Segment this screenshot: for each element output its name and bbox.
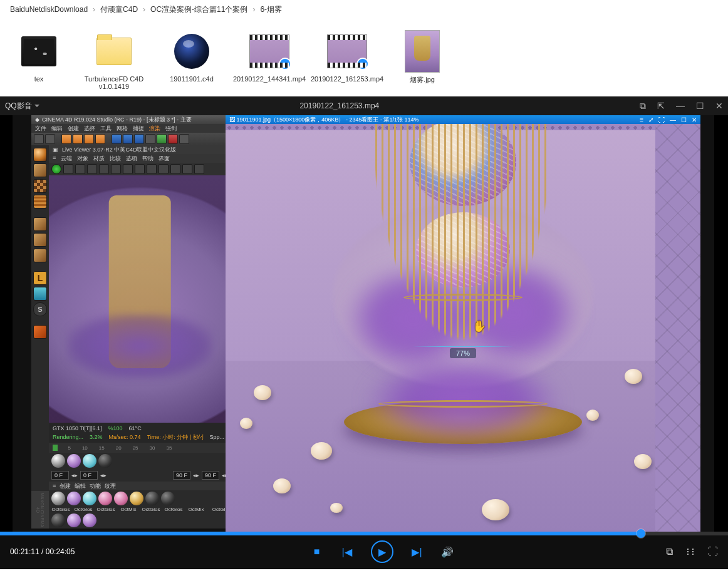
material-sphere-icon[interactable] (51, 454, 65, 468)
file-video-2[interactable]: 20190122_161253.mp4 (316, 31, 378, 90)
breadcrumb-item[interactable]: 付顽童C4D (100, 4, 138, 15)
lock-icon[interactable] (111, 164, 121, 174)
object-mode-icon[interactable] (33, 233, 47, 247)
folder-turbulencefd[interactable]: TurbulenceFD C4D v1.0.1419 (83, 31, 145, 90)
pin-icon[interactable]: ⇱ (657, 101, 665, 111)
image-viewer-canvas[interactable]: 77% (226, 124, 700, 532)
material-sphere-icon[interactable] (51, 513, 65, 527)
model-mode-icon[interactable] (33, 217, 47, 231)
file-jpg[interactable]: 烟雾.jpg (393, 31, 451, 90)
material-sphere-icon[interactable] (130, 492, 143, 505)
lv-menu-item[interactable]: 界面 (159, 155, 170, 162)
render-icon[interactable] (157, 134, 167, 144)
c4d-menu-item[interactable]: 文件 (35, 125, 46, 132)
mat-preview-icon[interactable] (33, 148, 47, 162)
checker-icon[interactable] (33, 179, 47, 193)
breadcrumb-item[interactable]: OC渲染案例-综合篇11个案例 (150, 4, 247, 15)
lv-menu-item[interactable]: 对象 (77, 155, 88, 162)
tool-icon[interactable] (179, 134, 189, 144)
point-mode-icon[interactable] (33, 287, 47, 301)
lv-menu-item[interactable]: 比较 (110, 155, 121, 162)
settings-button[interactable]: ⫶⫶ (685, 546, 695, 557)
spline-tool-icon[interactable]: L (33, 271, 47, 285)
clock-icon[interactable] (182, 164, 192, 174)
material-sphere-icon[interactable] (161, 492, 175, 505)
close-icon[interactable]: ✕ (692, 116, 697, 123)
c4d-menu-item[interactable]: 选择 (84, 125, 95, 132)
rotate-tool-icon[interactable] (95, 134, 105, 144)
pause-icon[interactable] (75, 164, 85, 174)
c4d-menu-item[interactable]: 渲染 (149, 125, 160, 132)
c4d-menu-item[interactable]: 捕捉 (133, 125, 144, 132)
material-sphere-icon[interactable] (83, 513, 96, 527)
video-canvas[interactable]: ◆CINEMA 4D R19.024 Studio (RC - R19) - [… (0, 115, 728, 532)
c4d-menu-item[interactable]: 工具 (100, 125, 112, 132)
stop-button[interactable]: ■ (311, 545, 323, 558)
file-c4d[interactable]: 19011901.c4d (160, 31, 223, 90)
play-button[interactable]: ▶ (371, 540, 393, 563)
c4d-menu-item[interactable]: 网格 (117, 125, 128, 132)
material-sphere-icon[interactable] (67, 492, 81, 505)
lv-menu-item[interactable]: 云端 (61, 155, 72, 162)
material-sphere-icon[interactable] (98, 492, 112, 505)
fullscreen-icon[interactable]: ⛶ (658, 116, 665, 123)
frame-max-input[interactable]: 90 F (202, 471, 219, 480)
lv-menu-item[interactable]: 帮助 (142, 155, 153, 162)
select-tool-icon[interactable] (61, 134, 71, 144)
snap-icon[interactable]: S (33, 302, 47, 316)
maximize-icon[interactable]: ☐ (681, 116, 687, 123)
frame-end-input[interactable]: 90 F (173, 471, 190, 480)
lv-menu-item[interactable]: ≡ (53, 155, 56, 162)
material-sphere-icon[interactable] (83, 454, 96, 468)
material-sphere-icon[interactable] (145, 492, 159, 505)
tool-icon[interactable] (194, 164, 204, 174)
scale-tool-icon[interactable] (84, 134, 94, 144)
snapshot-button[interactable]: ⧉ (666, 546, 673, 557)
c4d-menu-item[interactable]: 强剑 (165, 125, 177, 132)
layers-icon[interactable] (33, 195, 47, 209)
y-axis-icon[interactable] (123, 134, 133, 144)
octane-icon[interactable] (33, 325, 47, 339)
volume-button[interactable]: 🔊 (441, 545, 454, 558)
z-axis-icon[interactable] (134, 134, 144, 144)
c4d-menu-item[interactable]: 编辑 (51, 125, 63, 132)
lv-menu-item[interactable]: 选项 (126, 155, 137, 162)
region-icon[interactable] (159, 164, 169, 174)
folder-tex[interactable]: tex (10, 31, 68, 90)
frame-current-input[interactable]: 0 F (80, 471, 98, 480)
mat-tab[interactable]: 创建 (60, 482, 71, 490)
material-sphere-icon[interactable] (51, 492, 65, 505)
redo-icon[interactable] (45, 134, 55, 144)
material-sphere-icon[interactable] (83, 492, 96, 505)
c4d-menu-item[interactable]: 创建 (68, 125, 79, 132)
prev-button[interactable]: |◀ (341, 545, 353, 558)
breadcrumb-item[interactable]: BaiduNetdiskDownload (10, 5, 88, 14)
next-button[interactable]: ▶| (411, 545, 424, 558)
tool-icon[interactable] (147, 164, 157, 174)
refresh-icon[interactable] (63, 164, 73, 174)
minimize-icon[interactable]: — (676, 101, 685, 111)
material-sphere-icon[interactable] (114, 492, 128, 505)
fullscreen-button[interactable]: ⛶ (708, 546, 718, 557)
mat-tab[interactable]: 纹理 (105, 482, 116, 490)
reset-icon[interactable] (87, 164, 97, 174)
move-tool-icon[interactable] (73, 134, 83, 144)
undo-icon[interactable] (34, 134, 44, 144)
tool-icon[interactable] (145, 134, 155, 144)
material-sphere-icon[interactable] (67, 513, 81, 527)
material-sphere-icon[interactable] (67, 454, 81, 468)
settings-icon[interactable] (123, 164, 133, 174)
mat-tab[interactable]: ≡ (53, 483, 56, 489)
frame-start-input[interactable]: 0 F (51, 471, 69, 480)
playback-progress-bar[interactable] (0, 532, 728, 535)
progress-thumb[interactable] (637, 529, 645, 538)
arrows-icon[interactable]: ⤢ (648, 116, 653, 123)
mat-tab[interactable]: 功能 (90, 482, 101, 490)
player-app-name[interactable]: QQ影音 (5, 101, 39, 111)
pip-icon[interactable]: ⧉ (640, 101, 646, 111)
file-video-1[interactable]: 20190122_144341.mp4 (238, 31, 301, 90)
breadcrumb-current[interactable]: 6-烟雾 (260, 4, 282, 15)
minimize-icon[interactable]: — (670, 116, 676, 123)
render-preview-viewport[interactable] (49, 175, 231, 423)
mat-tab[interactable]: 编辑 (75, 482, 86, 490)
